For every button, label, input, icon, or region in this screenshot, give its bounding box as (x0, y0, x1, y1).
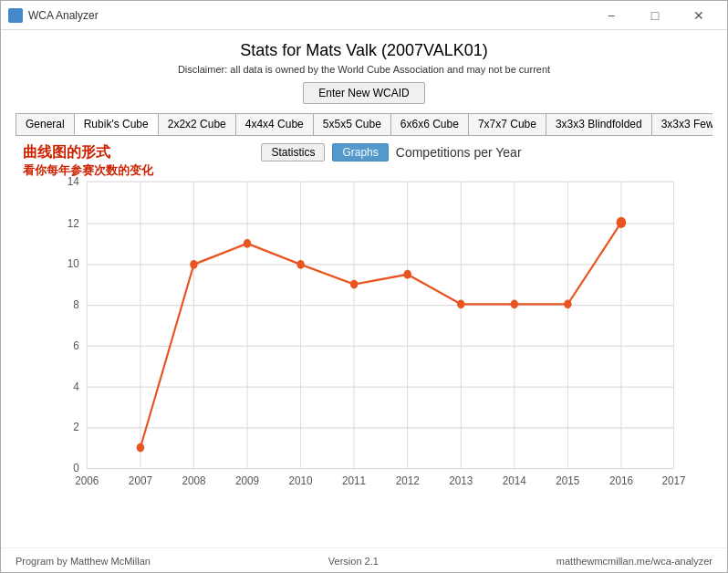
data-point-2012 (403, 270, 411, 279)
tab-2x2x2[interactable]: 2x2x2 Cube (158, 113, 236, 135)
svg-text:2009: 2009 (235, 474, 259, 487)
chart-container: .grid-line { stroke: #ddd; stroke-width:… (16, 167, 712, 540)
tab-3x3-fewest[interactable]: 3x3x3 Fewest M (651, 113, 712, 135)
app-icon (8, 8, 23, 23)
data-point-2009 (244, 239, 252, 248)
content-area: Stats for Mats Valk (2007VALK01) Disclai… (1, 30, 727, 547)
minimize-button[interactable]: − (590, 2, 632, 29)
svg-text:2012: 2012 (396, 474, 420, 487)
svg-text:2010: 2010 (289, 474, 313, 487)
close-button[interactable]: ✕ (678, 2, 720, 29)
svg-text:12: 12 (68, 216, 79, 230)
chart-controls: 曲线图的形式 看你每年参赛次数的变化 Statistics Graphs Com… (16, 143, 712, 163)
tabs-row: General Rubik's Cube 2x2x2 Cube 4x4x4 Cu… (16, 113, 712, 136)
tab-5x5x5[interactable]: 5x5x5 Cube (313, 113, 391, 135)
data-point-2011 (350, 280, 359, 289)
svg-text:2016: 2016 (609, 474, 633, 487)
data-point-2008 (190, 260, 198, 269)
svg-text:2011: 2011 (342, 474, 366, 487)
svg-text:14: 14 (68, 174, 79, 188)
chart-title: Competitions per Year (396, 145, 522, 160)
data-point-2015 (564, 300, 572, 309)
wcaid-btn-row: Enter New WCAID (16, 82, 712, 104)
tab-rubiks-cube[interactable]: Rubik's Cube (74, 113, 159, 135)
svg-text:2013: 2013 (449, 474, 473, 487)
footer: Program by Matthew McMillan Version 2.1 … (1, 547, 727, 572)
svg-text:2014: 2014 (503, 474, 526, 487)
data-point-2007 (137, 443, 145, 453)
data-point-2010 (296, 260, 305, 269)
svg-text:2007: 2007 (129, 474, 152, 487)
svg-text:2015: 2015 (556, 474, 579, 487)
svg-text:2006: 2006 (75, 474, 99, 487)
tab-7x7x7[interactable]: 7x7x7 Cube (468, 113, 546, 135)
enter-wcaid-button[interactable]: Enter New WCAID (303, 82, 424, 104)
data-point-2013 (457, 300, 465, 309)
svg-text:2017: 2017 (661, 474, 685, 487)
main-window: WCA Analyzer − □ ✕ Stats for Mats Valk (… (0, 0, 728, 573)
svg-text:2: 2 (73, 421, 79, 434)
footer-version: Version 2.1 (328, 556, 379, 567)
disclaimer-text: Disclaimer: all data is owned by the Wor… (16, 64, 712, 75)
svg-text:10: 10 (68, 257, 79, 271)
svg-text:2008: 2008 (182, 474, 205, 487)
svg-text:6: 6 (73, 339, 79, 352)
footer-website: matthewmcmillan.me/wca-analyzer (556, 556, 712, 567)
chart-svg: .grid-line { stroke: #ddd; stroke-width:… (52, 171, 712, 513)
footer-program: Program by Matthew McMillan (16, 556, 151, 567)
maximize-button[interactable]: □ (634, 2, 676, 29)
tab-3x3-blind[interactable]: 3x3x3 Blindfolded (546, 113, 652, 135)
window-controls: − □ ✕ (590, 2, 720, 29)
chart-area: 曲线图的形式 看你每年参赛次数的变化 Statistics Graphs Com… (16, 136, 712, 540)
annotation-line1: 曲线图的形式 (23, 143, 153, 162)
tab-6x6x6[interactable]: 6x6x6 Cube (390, 113, 469, 135)
svg-text:4: 4 (73, 380, 79, 393)
page-title: Stats for Mats Valk (2007VALK01) (16, 41, 712, 60)
statistics-toggle[interactable]: Statistics (261, 143, 325, 161)
data-point-2014 (511, 300, 519, 309)
title-bar: WCA Analyzer − □ ✕ (1, 1, 727, 30)
graphs-toggle[interactable]: Graphs (332, 143, 388, 161)
tab-4x4x4[interactable]: 4x4x4 Cube (235, 113, 314, 135)
svg-text:8: 8 (73, 298, 79, 312)
tab-general[interactable]: General (16, 113, 75, 135)
app-title: WCA Analyzer (28, 9, 590, 22)
data-point-2016 (617, 217, 627, 228)
